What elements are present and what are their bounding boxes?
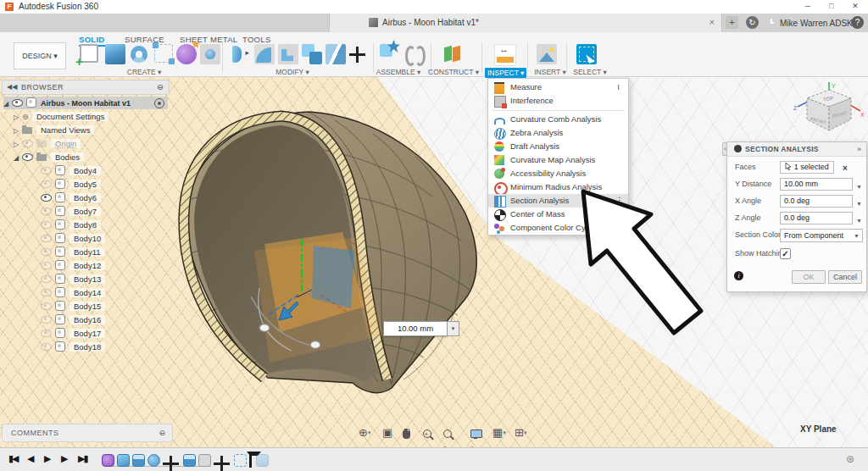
eye-icon[interactable] bbox=[41, 330, 52, 337]
timeline-play-button[interactable]: ▶ bbox=[44, 453, 49, 464]
create-sketch-icon[interactable] bbox=[80, 44, 98, 63]
press-pull-icon[interactable] bbox=[229, 44, 249, 64]
help-icon[interactable]: ? bbox=[851, 16, 864, 29]
timeline-feature[interactable] bbox=[117, 454, 130, 467]
browser-body-row[interactable]: Body17 bbox=[41, 327, 105, 340]
selected-section-face[interactable] bbox=[312, 246, 354, 308]
browser-item-bodies[interactable]: ◢Bodies bbox=[14, 151, 84, 163]
browser-body-row[interactable]: Body18 bbox=[41, 341, 105, 353]
minimize-button[interactable]: ─ bbox=[798, 1, 817, 12]
timeline-feature[interactable] bbox=[147, 454, 160, 467]
group-create[interactable]: CREATE ▾ bbox=[119, 68, 170, 76]
browser-item-document-settings[interactable]: ▷⊛Document Settings bbox=[14, 110, 108, 123]
eye-icon[interactable] bbox=[41, 248, 52, 256]
menu-item-curvature-comb[interactable]: Curvature Comb Analysis bbox=[488, 113, 628, 126]
eye-icon[interactable] bbox=[41, 275, 52, 283]
revolve-icon[interactable] bbox=[129, 44, 149, 64]
zoom-icon[interactable] bbox=[423, 428, 431, 441]
joint-icon[interactable] bbox=[405, 44, 426, 64]
comments-collapse-icon[interactable]: ⊖ bbox=[159, 424, 165, 441]
menu-item-zebra[interactable]: Zebra Analysis bbox=[488, 126, 628, 140]
timeline-feature[interactable] bbox=[132, 454, 145, 467]
eye-icon[interactable] bbox=[41, 180, 52, 188]
section-color-select[interactable]: From Component▼ bbox=[780, 229, 863, 242]
more-options-icon[interactable]: ⋮ bbox=[615, 194, 624, 208]
document-tab[interactable]: Airbus - Moon Habitat v1* × bbox=[329, 14, 722, 32]
eye-icon[interactable] bbox=[41, 289, 52, 296]
inspect-measure-icon[interactable] bbox=[494, 44, 516, 66]
browser-body-row[interactable]: Body14 bbox=[41, 286, 105, 299]
group-assemble[interactable]: ASSEMBLE ▾ bbox=[371, 68, 426, 76]
split-body-icon[interactable] bbox=[326, 44, 346, 64]
activate-radio[interactable] bbox=[154, 98, 164, 108]
browser-body-row[interactable]: Body4 bbox=[41, 164, 101, 177]
y-distance-input[interactable]: 10.00 mm bbox=[780, 178, 853, 191]
browser-root-row[interactable]: ◢Airbus - Moon Habitat v1 bbox=[3, 97, 168, 109]
tab-tools[interactable]: TOOLS bbox=[242, 35, 271, 44]
browser-body-row[interactable]: Body7 bbox=[41, 205, 101, 218]
timeline-step-back-button[interactable]: ◀ bbox=[27, 453, 32, 464]
browser-item-origin[interactable]: ▷Origin bbox=[14, 137, 81, 150]
group-insert[interactable]: INSERT ▾ bbox=[531, 68, 570, 76]
browser-header[interactable]: ◀◀BROWSER⊖ bbox=[2, 80, 170, 95]
group-modify[interactable]: MODIFY ▾ bbox=[267, 68, 318, 76]
browser-filter-icon[interactable]: ⊖ bbox=[157, 80, 164, 94]
dropdown-arrow-icon[interactable]: ▼ bbox=[856, 180, 862, 193]
browser-body-row[interactable]: Body15 bbox=[41, 300, 105, 313]
hole-icon[interactable] bbox=[200, 44, 220, 64]
eye-icon[interactable] bbox=[12, 99, 23, 107]
view-cube[interactable]: Y Z X TOP FRONT RIGHT bbox=[793, 81, 865, 142]
menu-item-interference[interactable]: Interference bbox=[488, 94, 628, 108]
clear-selection-icon[interactable]: × bbox=[843, 162, 848, 175]
eye-icon[interactable] bbox=[41, 316, 52, 324]
timeline-go-end-button[interactable]: ▶▮ bbox=[78, 453, 87, 464]
new-component-icon[interactable] bbox=[380, 44, 400, 64]
dialog-header[interactable]: SECTION ANALYSIS» bbox=[727, 142, 866, 157]
orbit-icon[interactable]: ⊕▾ bbox=[359, 426, 370, 440]
close-button[interactable]: ✕ bbox=[846, 1, 865, 12]
timeline-position-marker[interactable] bbox=[249, 452, 252, 468]
rotate-handle[interactable] bbox=[259, 324, 270, 332]
menu-item-curvature-map[interactable]: Curvature Map Analysis bbox=[488, 153, 628, 167]
show-hatching-checkbox[interactable]: ✓ bbox=[780, 248, 791, 259]
create-form-icon[interactable] bbox=[176, 44, 197, 64]
dropdown-arrow-icon[interactable]: ▼ bbox=[856, 197, 862, 210]
eye-icon[interactable] bbox=[41, 302, 52, 310]
menu-item-section-analysis[interactable]: Section Analysis⋮ bbox=[488, 194, 628, 208]
eye-icon[interactable] bbox=[41, 194, 52, 202]
browser-body-row[interactable]: Body6 bbox=[41, 191, 101, 204]
timeline-feature-move[interactable] bbox=[163, 456, 179, 471]
browser-body-row[interactable]: Body10 bbox=[41, 232, 105, 245]
x-angle-input[interactable]: 0.0 deg bbox=[780, 195, 853, 208]
timeline-feature-suppressed[interactable] bbox=[256, 454, 269, 467]
shell-icon[interactable] bbox=[278, 44, 298, 64]
info-icon[interactable]: i bbox=[734, 271, 743, 280]
insert-icon[interactable] bbox=[537, 44, 557, 64]
dialog-dock-icon[interactable]: » bbox=[857, 142, 861, 156]
comments-panel[interactable]: COMMENTS⊖ bbox=[2, 424, 173, 442]
eye-icon[interactable] bbox=[41, 262, 52, 269]
eye-icon[interactable] bbox=[41, 221, 52, 229]
job-status-icon[interactable]: ↻ bbox=[746, 16, 759, 29]
move-copy-icon[interactable] bbox=[349, 47, 365, 63]
eye-icon[interactable] bbox=[41, 208, 52, 215]
tab-sheet-metal[interactable]: SHEET METAL bbox=[180, 35, 237, 44]
menu-item-minimum-radius[interactable]: Minimum Radius Analysis bbox=[488, 180, 628, 194]
browser-body-row[interactable]: Body12 bbox=[41, 259, 105, 272]
browser-body-row[interactable]: Body8 bbox=[41, 219, 101, 231]
browser-body-row[interactable]: Body5 bbox=[41, 178, 101, 191]
extrude-icon[interactable] bbox=[105, 44, 125, 64]
group-construct[interactable]: CONSTRUCT ▾ bbox=[426, 68, 481, 76]
tab-close-icon[interactable]: × bbox=[709, 17, 715, 27]
eye-icon[interactable] bbox=[41, 167, 52, 175]
cancel-button[interactable]: Cancel bbox=[828, 270, 862, 284]
new-tab-button[interactable]: + bbox=[726, 16, 738, 29]
combine-icon[interactable] bbox=[302, 44, 322, 64]
distance-spinner[interactable]: ▾ bbox=[447, 321, 459, 336]
menu-item-center-of-mass[interactable]: Center of Mass bbox=[488, 208, 628, 221]
eye-icon[interactable] bbox=[41, 343, 52, 351]
pan-icon[interactable] bbox=[403, 429, 410, 442]
timeline-go-start-button[interactable]: ▮◀ bbox=[8, 453, 18, 464]
construct-plane-icon[interactable] bbox=[442, 44, 463, 64]
viewports-icon[interactable]: ⊞▾ bbox=[515, 426, 526, 440]
